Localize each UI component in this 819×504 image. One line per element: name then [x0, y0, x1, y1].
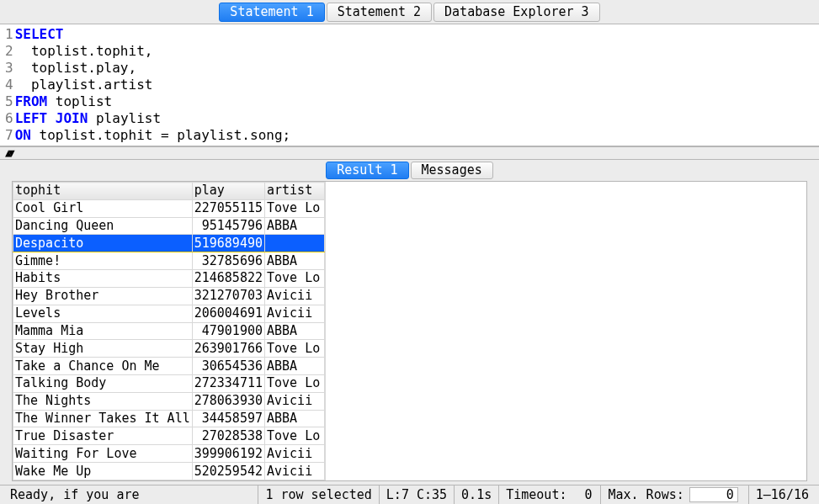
table-cell[interactable]: Avicii — [265, 445, 325, 463]
status-maxrows-label: Max. Rows: — [608, 487, 683, 502]
table-cell[interactable]: 321270703 — [192, 287, 264, 305]
table-cell[interactable]: Avicii — [265, 392, 325, 410]
status-cursor-position: L:7 C:35 — [380, 485, 455, 504]
table-cell[interactable]: Cool Girl — [13, 199, 193, 217]
results-area: Result 1Messages tophitplayartistCool Gi… — [0, 160, 819, 485]
top-tab-2[interactable]: Database Explorer 3 — [433, 3, 600, 22]
table-cell[interactable]: Tove Lo — [265, 270, 325, 288]
table-cell[interactable]: 227055115 — [192, 199, 264, 217]
table-cell[interactable]: 30654536 — [192, 358, 264, 375]
table-row[interactable]: Levels206004691Avicii — [13, 305, 325, 322]
status-paging: 1–16/16 — [749, 485, 816, 504]
app-root: Statement 1Statement 2Database Explorer … — [0, 0, 819, 504]
table-row[interactable]: The Winner Takes It All34458597ABBA — [13, 410, 325, 427]
table-cell[interactable]: 399906192 — [192, 445, 264, 463]
horizontal-split-handle[interactable]: ▲▼ — [0, 146, 819, 160]
table-cell[interactable]: 214685822 — [192, 270, 264, 288]
table-cell[interactable]: Dancing Queen — [13, 217, 193, 235]
table-cell[interactable]: ABBA — [265, 252, 325, 270]
top-tabbar: Statement 1Statement 2Database Explorer … — [0, 0, 819, 24]
table-cell[interactable]: Avicii — [265, 305, 325, 322]
table-cell[interactable]: Take a Chance On Me — [13, 358, 193, 375]
editor-code[interactable]: SELECT toplist.tophit, toplist.play, pla… — [15, 26, 819, 144]
table-cell[interactable]: Tove Lo — [265, 427, 325, 445]
table-cell[interactable]: 34458597 — [192, 410, 264, 427]
table-cell[interactable]: Avicii — [265, 287, 325, 305]
table-cell[interactable]: The Nights — [13, 392, 193, 410]
table-cell[interactable]: 95145796 — [192, 217, 264, 235]
table-cell[interactable]: Wake Me Up — [13, 463, 193, 480]
table-cell[interactable]: 27028538 — [192, 427, 264, 445]
table-cell[interactable]: 272334711 — [192, 374, 264, 392]
editor-gutter: 1 2 3 4 5 6 7 — [0, 26, 15, 144]
table-cell[interactable]: Talking Body — [13, 374, 193, 392]
result-table[interactable]: tophitplayartistCool Girl227055115Tove L… — [13, 182, 325, 480]
top-tab-0[interactable]: Statement 1 — [219, 3, 324, 22]
table-cell[interactable]: Habits — [13, 270, 193, 288]
table-row[interactable]: Despacito519689490 — [13, 235, 325, 252]
table-cell[interactable]: Mamma Mia — [13, 322, 193, 340]
table-header-tophit[interactable]: tophit — [13, 183, 193, 200]
table-row[interactable]: Mamma Mia47901900ABBA — [13, 322, 325, 340]
table-cell[interactable]: 278063930 — [192, 392, 264, 410]
table-cell[interactable]: Avicii — [265, 463, 325, 480]
status-elapsed: 0.1s — [455, 485, 499, 504]
table-cell[interactable]: ABBA — [265, 410, 325, 427]
table-row[interactable]: Cool Girl227055115Tove Lo — [13, 199, 325, 217]
table-cell[interactable]: Tove Lo — [265, 374, 325, 392]
result-grid-filler — [325, 182, 806, 480]
table-cell[interactable]: Levels — [13, 305, 193, 322]
table-cell[interactable]: Stay High — [13, 340, 193, 358]
sql-editor[interactable]: 1 2 3 4 5 6 7 SELECT toplist.tophit, top… — [0, 24, 819, 146]
table-cell[interactable]: 519689490 — [192, 235, 264, 252]
status-timeout-label: Timeout: — [506, 487, 566, 502]
table-row[interactable]: The Nights278063930Avicii — [13, 392, 325, 410]
table-cell[interactable]: Tove Lo — [265, 199, 325, 217]
table-header-row: tophitplayartist — [13, 183, 325, 200]
results-tab-1[interactable]: Messages — [411, 162, 493, 179]
table-cell[interactable]: True Disaster — [13, 427, 193, 445]
table-header-artist[interactable]: artist — [265, 183, 325, 200]
result-grid-panel: tophitplayartistCool Girl227055115Tove L… — [12, 181, 807, 481]
table-row[interactable]: Habits214685822Tove Lo — [13, 270, 325, 288]
table-row[interactable]: Stay High263901766Tove Lo — [13, 340, 325, 358]
status-maxrows-input[interactable]: 0 — [689, 487, 738, 502]
table-cell[interactable]: Tove Lo — [265, 340, 325, 358]
table-cell[interactable]: ABBA — [265, 322, 325, 340]
results-tab-0[interactable]: Result 1 — [326, 162, 408, 179]
table-cell[interactable]: Despacito — [13, 235, 193, 252]
table-cell[interactable]: ABBA — [265, 358, 325, 375]
table-cell[interactable]: The Winner Takes It All — [13, 410, 193, 427]
table-header-play[interactable]: play — [192, 183, 264, 200]
status-ready: Ready, if you are — [3, 485, 258, 504]
sql-editor-panel: 1 2 3 4 5 6 7 SELECT toplist.tophit, top… — [0, 24, 819, 146]
table-cell[interactable]: Waiting For Love — [13, 445, 193, 463]
status-maxrows: Max. Rows: 0 — [601, 485, 748, 504]
table-cell[interactable]: Hey Brother — [13, 287, 193, 305]
table-cell[interactable]: 206004691 — [192, 305, 264, 322]
table-row[interactable]: Waiting For Love399906192Avicii — [13, 445, 325, 463]
table-row[interactable]: Dancing Queen95145796ABBA — [13, 217, 325, 235]
table-cell[interactable]: 32785696 — [192, 252, 264, 270]
status-bar: Ready, if you are 1 row selected L:7 C:3… — [0, 485, 819, 504]
results-tabbar: Result 1Messages — [0, 160, 819, 181]
status-selection: 1 row selected — [258, 485, 379, 504]
table-row[interactable]: True Disaster27028538Tove Lo — [13, 427, 325, 445]
table-row[interactable]: Wake Me Up520259542Avicii — [13, 463, 325, 480]
table-row[interactable]: Take a Chance On Me30654536ABBA — [13, 358, 325, 375]
table-cell[interactable]: 263901766 — [192, 340, 264, 358]
table-cell[interactable]: ABBA — [265, 217, 325, 235]
table-row[interactable]: Hey Brother321270703Avicii — [13, 287, 325, 305]
status-timeout: Timeout: 0 — [499, 485, 601, 504]
split-arrows-icon: ▲▼ — [5, 146, 12, 159]
table-row[interactable]: Gimme!32785696ABBA — [13, 252, 325, 270]
table-cell[interactable] — [265, 235, 325, 252]
table-cell[interactable]: 520259542 — [192, 463, 264, 480]
table-cell[interactable]: 47901900 — [192, 322, 264, 340]
status-timeout-value[interactable]: 0 — [566, 487, 593, 502]
table-cell[interactable]: Gimme! — [13, 252, 193, 270]
top-tab-1[interactable]: Statement 2 — [327, 3, 432, 22]
table-row[interactable]: Talking Body272334711Tove Lo — [13, 374, 325, 392]
